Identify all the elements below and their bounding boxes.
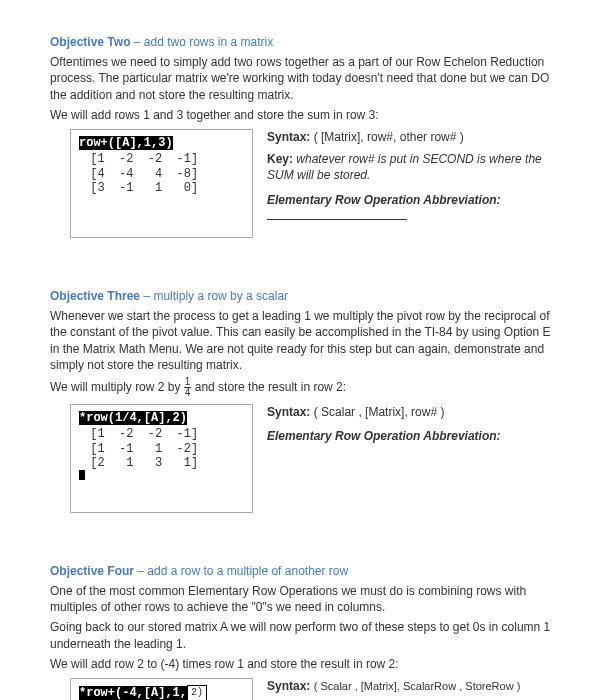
input-box: 2) <box>187 685 207 700</box>
objective-two-example: row+([A],1,3) [1 -2 -2 -1] [4 -4 4 -8] [… <box>70 129 562 238</box>
objective-four-p1: One of the most common Elementary Row Op… <box>50 583 562 615</box>
objective-two-title: Objective Two <box>50 35 130 49</box>
key-label: Key: <box>267 152 293 166</box>
calc1-command: row+([A],1,3) <box>79 136 173 150</box>
objective-two-p2: We will add rows 1 and 3 together and st… <box>50 107 562 123</box>
objective-four-heading: Objective Four – add a row to a multiple… <box>50 563 562 579</box>
syntax-line-4: Syntax: ( Scalar , [Matrix], ScalarRow ,… <box>267 678 562 694</box>
syntax-line-3: Syntax: ( Scalar , [Matrix], row# ) <box>267 404 562 420</box>
syntax-value: ( [Matrix], row#, other row# ) <box>314 130 464 144</box>
objective-three-title: Objective Three <box>50 289 140 303</box>
cursor-icon <box>79 470 85 480</box>
abbrev-blank <box>267 208 562 224</box>
objective-four-p3: We will add row 2 to (-4) times row 1 an… <box>50 656 562 672</box>
objective-four: Objective Four – add a row to a multiple… <box>50 563 562 700</box>
key-value: whatever row# is put in SECOND is where … <box>267 152 542 182</box>
objective-three-notes: Syntax: ( Scalar , [Matrix], row# ) Elem… <box>267 404 562 444</box>
abbrev-line: Elementary Row Operation Abbreviation: <box>267 192 562 208</box>
calc3-command: *row+(-4,[A],1, <box>79 686 187 700</box>
objective-four-notes: Syntax: ( Scalar , [Matrix], ScalarRow ,… <box>267 678 562 700</box>
objective-four-example: *row+(-4,[A],1,2) [1 -2 -2 -1] [0 4 12 -… <box>70 678 562 700</box>
syntax-value-4: ( Scalar , [Matrix], ScalarRow , StoreRo… <box>314 680 521 692</box>
calc1-matrix: [1 -2 -2 -1] [4 -4 4 -8] [3 -1 1 0] <box>83 152 244 195</box>
objective-four-title: Objective Four <box>50 564 134 578</box>
calculator-screen-3: *row+(-4,[A],1,2) [1 -2 -2 -1] [0 4 12 -… <box>70 678 253 700</box>
calculator-screen-2: *row(1/4,[A],2) [1 -2 -2 -1] [1 -1 1 -2]… <box>70 404 253 513</box>
objective-three-example: *row(1/4,[A],2) [1 -2 -2 -1] [1 -1 1 -2]… <box>70 404 562 513</box>
objective-three: Objective Three – multiply a row by a sc… <box>50 288 562 513</box>
objective-three-heading: Objective Three – multiply a row by a sc… <box>50 288 562 304</box>
objective-three-subtitle: – multiply a row by a scalar <box>140 289 288 303</box>
abbrev-label-3: Elementary Row Operation Abbreviation: <box>267 429 501 443</box>
obj3-p2b: and store the result in row 2: <box>191 380 346 394</box>
objective-four-subtitle: – add a row to a multiple of another row <box>134 564 348 578</box>
syntax-label-4: Syntax: <box>267 679 310 693</box>
objective-three-p1: Whenever we start the process to get a l… <box>50 308 562 373</box>
syntax-label: Syntax: <box>267 130 310 144</box>
objective-three-p2: We will multiply row 2 by 14 and store t… <box>50 377 562 398</box>
syntax-label-3: Syntax: <box>267 405 310 419</box>
objective-two-notes: Syntax: ( [Matrix], row#, other row# ) K… <box>267 129 562 224</box>
objective-four-p2: Going back to our stored matrix A we wil… <box>50 619 562 651</box>
calculator-screen-1: row+([A],1,3) [1 -2 -2 -1] [4 -4 4 -8] [… <box>70 129 253 238</box>
obj3-p2a: We will multiply row 2 by <box>50 380 184 394</box>
key-line: Key: whatever row# is put in SECOND is w… <box>267 151 562 183</box>
calc2-matrix: [1 -2 -2 -1] [1 -1 1 -2] [2 1 3 1] <box>83 427 244 470</box>
objective-two-p1: Oftentimes we need to simply add two row… <box>50 54 562 103</box>
syntax-value-3: ( Scalar , [Matrix], row# ) <box>314 405 445 419</box>
calc2-command: *row(1/4,[A],2) <box>79 411 187 425</box>
abbrev-label: Elementary Row Operation Abbreviation: <box>267 193 501 207</box>
objective-two-heading: Objective Two – add two rows in a matrix <box>50 34 562 50</box>
objective-two-subtitle: – add two rows in a matrix <box>130 35 273 49</box>
syntax-line: Syntax: ( [Matrix], row#, other row# ) <box>267 129 562 145</box>
objective-two: Objective Two – add two rows in a matrix… <box>50 34 562 238</box>
abbrev-line-3: Elementary Row Operation Abbreviation: <box>267 428 562 444</box>
